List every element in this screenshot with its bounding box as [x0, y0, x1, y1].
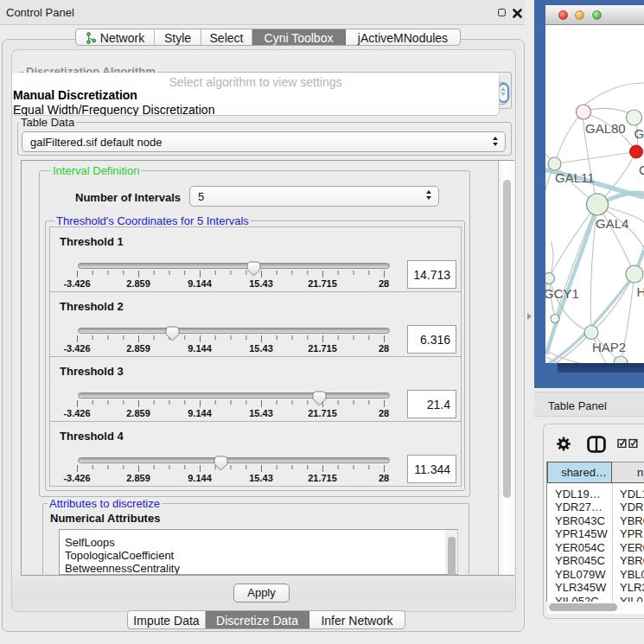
svg-text:C: C [639, 163, 644, 177]
svg-text:GCY1: GCY1 [545, 286, 579, 301]
svg-text:H: H [637, 284, 644, 299]
svg-text:GAL4: GAL4 [596, 216, 628, 231]
svg-text:GAL11: GAL11 [555, 170, 595, 185]
svg-text:GAL80: GAL80 [585, 121, 626, 136]
svg-text:HAP2: HAP2 [592, 340, 626, 354]
svg-text:G.: G. [634, 126, 644, 141]
